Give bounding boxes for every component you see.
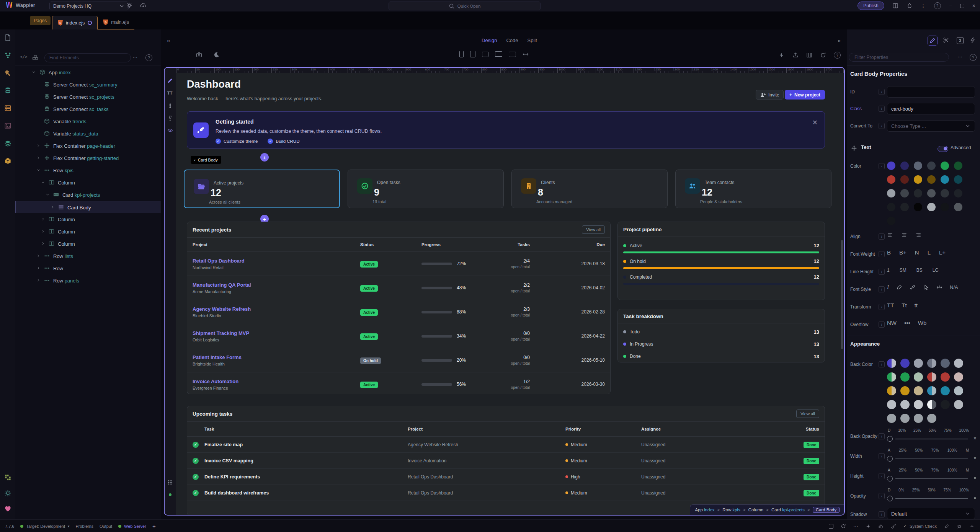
back-color-swatch[interactable] bbox=[914, 400, 923, 409]
align-right-icon[interactable] bbox=[915, 232, 921, 238]
tree-item-card-kpi-projects[interactable]: Card kpi-projects bbox=[15, 189, 160, 201]
color-swatch[interactable] bbox=[927, 175, 936, 184]
back-color-swatch[interactable] bbox=[914, 386, 923, 395]
slider-tick[interactable]: M bbox=[966, 448, 969, 452]
tree-item-column[interactable]: Column bbox=[15, 176, 160, 189]
color-swatch[interactable] bbox=[941, 162, 949, 170]
back-color-swatch[interactable] bbox=[927, 414, 936, 423]
breadcrumb-segment[interactable]: Card Body bbox=[813, 507, 840, 513]
color-swatch[interactable] bbox=[914, 189, 922, 197]
settings-gear-icon[interactable] bbox=[126, 2, 132, 8]
text-tool-icon[interactable]: TT bbox=[167, 91, 172, 95]
scissors-icon[interactable] bbox=[943, 37, 949, 43]
slider-tick[interactable]: 50% bbox=[929, 428, 936, 432]
back-color-swatch[interactable] bbox=[954, 400, 963, 409]
color-swatch[interactable] bbox=[900, 203, 909, 211]
font-weight-option[interactable]: L bbox=[928, 249, 931, 256]
recent-project-row[interactable]: Patient Intake FormsBrightside HealthOn … bbox=[187, 348, 610, 372]
web-server-button[interactable]: Web Server bbox=[118, 524, 146, 529]
info-icon[interactable]: i bbox=[879, 321, 885, 328]
tree-item-row-lists[interactable]: Row lists bbox=[15, 250, 160, 262]
grid-columns-icon[interactable] bbox=[806, 52, 812, 59]
clear-icon[interactable]: × bbox=[973, 435, 977, 441]
recent-project-row[interactable]: Agency Website RefreshBluebird StudioAct… bbox=[187, 300, 610, 324]
server-panel-icon[interactable] bbox=[4, 104, 11, 112]
info-icon[interactable]: i bbox=[879, 361, 885, 367]
slider-tick[interactable]: 75% bbox=[944, 428, 952, 432]
image-panel-icon[interactable] bbox=[4, 122, 11, 129]
font-weight-option[interactable]: B+ bbox=[899, 249, 906, 256]
tablet-portrait-icon[interactable] bbox=[470, 51, 475, 57]
quick-open-search[interactable]: Quick Open bbox=[389, 2, 541, 10]
move-section-icon[interactable] bbox=[851, 145, 857, 151]
tree-item-card-body[interactable]: Card Body bbox=[15, 201, 160, 213]
transform-option[interactable]: Tt bbox=[902, 302, 906, 308]
chevron-down-icon[interactable] bbox=[36, 168, 41, 173]
breadcrumb-segment[interactable]: Card kpi-projects bbox=[771, 508, 805, 512]
slider-tick[interactable]: 75% bbox=[931, 468, 939, 472]
redo-refresh-icon[interactable] bbox=[841, 524, 846, 529]
slider-knob[interactable] bbox=[887, 496, 893, 501]
color-swatch[interactable] bbox=[887, 189, 895, 197]
color-swatch[interactable] bbox=[887, 217, 895, 225]
line-height-option[interactable]: BS bbox=[916, 268, 923, 273]
info-icon[interactable]: i bbox=[879, 89, 885, 95]
highlighter-icon[interactable] bbox=[896, 284, 902, 290]
slider-knob[interactable] bbox=[887, 436, 893, 442]
components-icon[interactable] bbox=[32, 54, 38, 60]
file-tab-main.ejs[interactable]: 5main.ejs bbox=[98, 16, 134, 29]
breadcrumb-segment[interactable]: Column bbox=[748, 508, 764, 512]
explorer-help-icon[interactable]: ? bbox=[145, 54, 152, 61]
info-icon[interactable]: i bbox=[879, 453, 885, 459]
design-help-icon[interactable]: ? bbox=[834, 52, 841, 59]
slider-track[interactable] bbox=[895, 439, 968, 439]
color-swatch[interactable] bbox=[927, 189, 936, 197]
slider-tick[interactable]: D bbox=[888, 428, 890, 432]
clear-icon[interactable]: × bbox=[973, 495, 977, 501]
back-color-swatch[interactable] bbox=[900, 359, 910, 368]
style-injector-tool-icon[interactable] bbox=[167, 103, 173, 109]
window-minimize-icon[interactable]: − bbox=[949, 3, 952, 9]
upcoming-task-row[interactable]: ✓Build dashboard wireframesRetail Ops Da… bbox=[187, 485, 825, 501]
tree-item-server-connect-sc-projects[interactable]: Server Connect sc_projects bbox=[15, 91, 160, 103]
slider-track[interactable] bbox=[895, 498, 968, 499]
brush-icon[interactable] bbox=[891, 524, 896, 529]
tree-item-row[interactable]: Row bbox=[15, 262, 160, 274]
color-swatch[interactable] bbox=[887, 175, 895, 184]
bug-icon[interactable] bbox=[957, 524, 962, 529]
line-height-option[interactable]: SM bbox=[900, 268, 906, 273]
flow-panel-icon[interactable] bbox=[4, 52, 11, 59]
advanced-toggle[interactable] bbox=[938, 146, 948, 152]
back-color-swatch[interactable] bbox=[927, 372, 936, 382]
canvas-scrollbar[interactable] bbox=[841, 240, 843, 349]
info-icon[interactable]: i bbox=[879, 123, 885, 129]
chevron-right-icon[interactable] bbox=[36, 254, 41, 258]
chevron-down-icon[interactable] bbox=[32, 70, 36, 75]
back-color-swatch[interactable] bbox=[941, 372, 950, 382]
color-swatch[interactable] bbox=[914, 175, 922, 184]
stop-square-icon[interactable] bbox=[829, 524, 833, 529]
color-swatch[interactable] bbox=[941, 189, 949, 197]
kpi-card-clients[interactable]: Clients8Accounts managed bbox=[511, 170, 668, 208]
slider-tick[interactable]: M bbox=[966, 468, 969, 472]
tablet-landscape-icon[interactable] bbox=[482, 52, 488, 57]
view-all-button[interactable]: View all bbox=[582, 225, 605, 234]
file-tab-index.ejs[interactable]: 5index.ejs bbox=[52, 16, 98, 29]
project-link[interactable]: Agency Website Refresh bbox=[193, 306, 360, 312]
kebab-menu-icon[interactable]: ⋮ bbox=[921, 3, 926, 9]
info-icon[interactable]: i bbox=[879, 269, 885, 275]
color-swatch[interactable] bbox=[941, 175, 949, 184]
layout-panels-icon[interactable] bbox=[892, 3, 898, 9]
chevron-right-icon[interactable] bbox=[51, 205, 55, 210]
info-icon[interactable]: i bbox=[879, 493, 885, 499]
back-color-swatch[interactable] bbox=[900, 386, 910, 395]
font-weight-option[interactable]: N bbox=[915, 249, 919, 256]
slider-tick[interactable]: 50% bbox=[915, 468, 923, 472]
chevron-right-icon[interactable] bbox=[41, 229, 46, 234]
back-color-swatch[interactable] bbox=[900, 400, 910, 409]
properties-more-icon[interactable]: ⋯ bbox=[957, 54, 962, 60]
export-share-icon[interactable] bbox=[792, 52, 799, 59]
add-panel-icon[interactable]: + bbox=[152, 523, 156, 529]
problems-button[interactable]: Problems bbox=[76, 524, 93, 529]
slider-tick[interactable]: 25% bbox=[899, 468, 906, 472]
